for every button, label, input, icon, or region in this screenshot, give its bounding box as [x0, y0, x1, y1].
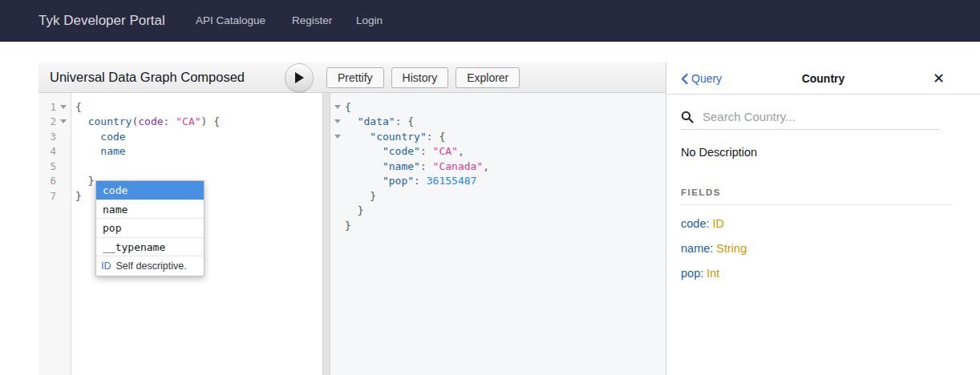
result-line: }: [330, 204, 666, 219]
chevron-left-icon: [681, 74, 688, 84]
code-line: 1{: [38, 99, 322, 115]
brand-title[interactable]: Tyk Developer Portal: [38, 0, 165, 41]
fold-arrow-icon[interactable]: [334, 119, 341, 123]
hint-type-link[interactable]: ID: [101, 260, 111, 272]
execute-query-button[interactable]: [285, 63, 314, 92]
result-line: "pop": 36155487: [330, 174, 666, 189]
doc-explorer-header: Query Country ✕: [666, 62, 980, 95]
fold-cell: [330, 105, 345, 109]
code-token: [75, 145, 100, 157]
field-type-link[interactable]: ID: [713, 217, 725, 230]
page-title: Universal Data Graph Composed: [50, 62, 245, 92]
code-token: }: [345, 204, 363, 216]
code-token: "code": [383, 145, 420, 157]
graphiql-toolbar: Universal Data Graph Composed PrettifyHi…: [38, 62, 666, 93]
nav-link-register[interactable]: Register: [292, 0, 332, 41]
code-token: "Canada": [433, 160, 484, 172]
field-name-link[interactable]: pop:: [681, 267, 703, 280]
pane-resize-handle[interactable]: [322, 93, 330, 375]
toolbar-button-history[interactable]: History: [391, 67, 449, 88]
code-token: name: [100, 145, 125, 157]
code-text: country(code: "CA") {: [71, 115, 220, 127]
code-token: : {: [427, 131, 445, 143]
autocomplete-item-typename[interactable]: __typename: [96, 238, 204, 257]
code-text: }: [71, 190, 82, 202]
doc-description: No Description: [681, 146, 966, 159]
field-type-link[interactable]: Int: [707, 267, 719, 280]
code-token: :: [420, 160, 433, 172]
doc-search-input[interactable]: [701, 109, 940, 124]
code-text: code: [71, 131, 126, 143]
fields-separator: [681, 204, 952, 205]
toolbar-button-prettify[interactable]: Prettify: [326, 67, 384, 88]
line-number: 5: [38, 160, 56, 172]
code-token: "data": [358, 115, 395, 127]
code-line: 3 code: [38, 129, 322, 144]
code-token: country: [88, 115, 132, 127]
doc-search-row: [681, 104, 940, 130]
fold-cell: [330, 135, 345, 139]
code-token: "CA": [176, 115, 200, 127]
line-number: 6: [38, 175, 56, 187]
code-token: :: [164, 115, 176, 127]
field-type-link[interactable]: String: [716, 242, 747, 255]
code-token: [345, 175, 383, 187]
code-text: "name": "Canada",: [345, 160, 489, 172]
code-token: [345, 145, 383, 157]
line-number: 2: [38, 115, 56, 127]
code-text: "pop": 36155487: [345, 175, 476, 187]
doc-back-label: Query: [691, 72, 722, 85]
code-token: code: [100, 131, 125, 143]
result-line: "country": {: [330, 129, 666, 144]
code-token: [345, 115, 358, 127]
autocomplete-info: IDSelf descriptive.: [96, 256, 204, 276]
code-text: }: [345, 204, 363, 216]
code-token: }: [345, 220, 351, 232]
fold-cell: [330, 119, 345, 123]
autocomplete-item-pop[interactable]: pop: [96, 219, 204, 238]
fold-arrow-icon[interactable]: [60, 119, 67, 123]
line-number: 4: [38, 145, 56, 157]
doc-explorer-panel: Query Country ✕ No Description FIELDS co…: [666, 62, 980, 375]
fold-arrow-icon[interactable]: [334, 135, 341, 139]
code-token: }: [75, 190, 82, 202]
fold-cell: [56, 105, 71, 109]
autocomplete-items: codenamepop__typename: [96, 181, 204, 256]
fold-cell: [56, 119, 71, 123]
toolbar-button-explorer[interactable]: Explorer: [456, 67, 520, 88]
result-line: }: [330, 218, 666, 233]
code-token: [75, 115, 88, 127]
nav-link-login[interactable]: Login: [356, 0, 383, 41]
code-token: code: [138, 115, 163, 127]
code-token: "CA": [433, 145, 458, 157]
result-line: {: [330, 99, 666, 115]
code-text: {: [71, 101, 82, 113]
doc-field-row: pop: Int: [681, 267, 966, 280]
doc-back-link[interactable]: Query: [681, 62, 722, 95]
code-text: {: [345, 101, 351, 113]
code-text: "code": "CA",: [345, 145, 464, 157]
result-line: }: [330, 188, 666, 204]
code-token: : {: [395, 115, 414, 127]
field-name-link[interactable]: name:: [681, 242, 713, 255]
field-name-link[interactable]: code:: [681, 217, 709, 230]
code-line: 4 name: [38, 144, 322, 159]
fold-arrow-icon[interactable]: [60, 105, 67, 109]
code-token: :: [414, 175, 427, 187]
doc-field-row: name: String: [681, 242, 966, 255]
result-viewer: { "data": { "country": { "code": "CA", "…: [330, 93, 666, 375]
code-text: }: [345, 220, 351, 232]
code-token: :: [420, 145, 433, 157]
nav-link-api-catalogue[interactable]: API Catalogue: [196, 0, 265, 41]
fold-arrow-icon[interactable]: [334, 105, 341, 109]
code-token: ,: [483, 160, 489, 172]
autocomplete-item-name[interactable]: name: [96, 200, 204, 220]
hint-description: Self descriptive.: [116, 260, 187, 272]
code-token: }: [75, 175, 94, 187]
close-icon[interactable]: ✕: [933, 62, 945, 95]
result-line: "data": {: [330, 115, 666, 130]
autocomplete-item-code[interactable]: code: [96, 181, 204, 200]
code-token: }: [345, 190, 376, 202]
result-line: "name": "Canada",: [330, 159, 666, 174]
line-number: 1: [38, 101, 56, 113]
